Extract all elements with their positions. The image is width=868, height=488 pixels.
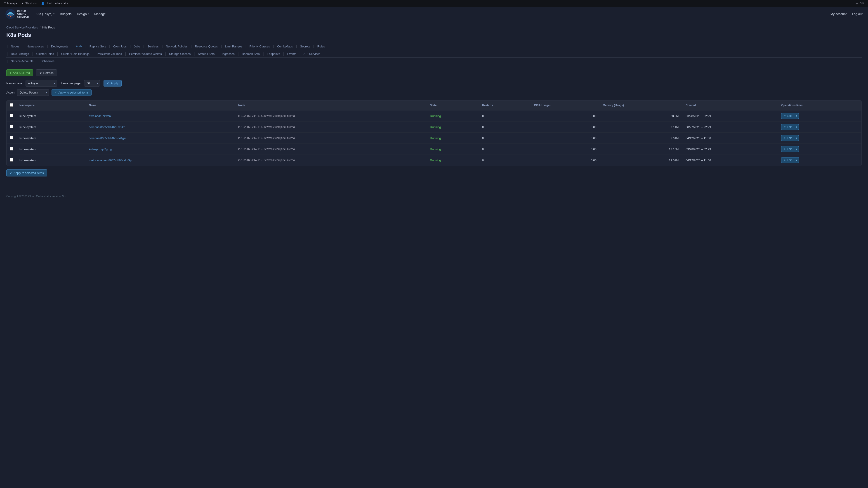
row-checkbox-cell [6,133,16,144]
nav-budgets[interactable]: Budgets [60,11,71,17]
tab-cluster-role-bindings[interactable]: Cluster Role Bindings [59,51,92,57]
tab-sep-r2-9: | [262,51,264,57]
nav-budgets-label: Budgets [60,12,71,16]
tab-service-accounts[interactable]: Service Accounts [8,58,36,65]
apply-filter-button[interactable]: ✓ Apply [103,80,122,87]
tab-daemon-sets[interactable]: Daemon Sets [239,51,262,57]
row-memory: 28.3Mi [600,110,683,122]
namespace-select[interactable]: – Any – kube-system default [26,80,57,87]
row-checkbox-0[interactable] [10,114,13,117]
edit-dropdown-0[interactable]: ▾ [794,113,799,119]
row-created: 03/28/2020 – 02:29 [682,110,778,122]
edit-button-2[interactable]: ✏ Edit [781,135,794,141]
row-state: Running [427,110,479,122]
namespace-filter-label: Namespace [6,82,22,85]
tab-pods[interactable]: Pods [73,43,85,50]
nav-k8s[interactable]: K8s (Tokyo) ▾ [36,11,55,17]
tab-api-services[interactable]: API Services [301,51,323,57]
edit-dropdown-1[interactable]: ▾ [794,124,799,130]
row-checkbox-4[interactable] [10,158,13,162]
tab-cluster-roles[interactable]: Cluster Roles [34,51,57,57]
breadcrumb-cloud-service-providers[interactable]: Cloud Service Providers [6,26,38,29]
bottom-apply-area: ✓ Apply to selected items [6,169,862,176]
footer: Copyright © 2021 Cloud Orchestrator vers… [0,190,868,202]
chevron-down-icon-0: ▾ [796,114,797,118]
edit-dropdown-2[interactable]: ▾ [794,135,799,141]
tab-services[interactable]: Services [145,43,161,50]
nav-design[interactable]: Design ▾ [77,11,89,17]
tab-jobs[interactable]: Jobs [131,43,143,50]
tab-stateful-sets[interactable]: Stateful Sets [195,51,217,57]
col-name: Name [86,101,235,110]
shortcuts-topbar[interactable]: ★ Shortcuts [22,2,37,5]
user-topbar[interactable]: 👤 cloud_orchestrator [41,2,68,5]
apply-to-selected-button[interactable]: ✓ Apply to selected items [52,89,92,96]
tab-sep-11: | [245,43,247,50]
tab-events[interactable]: Events [285,51,299,57]
tab-nodes[interactable]: Nodes [8,43,22,50]
refresh-icon: ↻ [39,71,42,74]
page-title: K8s Pods [6,32,862,38]
row-ops: ✏ Edit ▾ [778,155,862,166]
row-namespace: kube-system [16,144,86,155]
tab-sep-9: | [190,43,192,50]
tab-persistent-volume-claims[interactable]: Persisent Volume Claims [126,51,164,57]
tab-sep-12: | [273,43,274,50]
tab-configmaps[interactable]: ConfigMaps [274,43,296,50]
refresh-button[interactable]: ↻ Refresh [36,69,57,76]
row-cpu: 0.00 [531,155,600,166]
breadcrumb-separator: / [39,26,40,29]
manage-topbar[interactable]: ☰ Manage [4,2,17,5]
checkmark-icon: ✓ [107,82,110,85]
edit-dropdown-3[interactable]: ▾ [794,146,799,152]
nav-manage[interactable]: Manage [94,11,106,17]
row-name: metrics-server-86874fd98c-2xf9p [86,155,235,166]
col-ops: Operations links [778,101,862,110]
tab-network-policies[interactable]: Network Policies [163,43,190,50]
tab-sep-start: | [6,43,8,50]
tab-ingresses[interactable]: Ingresses [219,51,237,57]
logo[interactable]: CLOUDORCHESTRATOR [5,9,29,19]
user-label: cloud_orchestrator [46,2,68,5]
nav-manage-label: Manage [94,12,106,16]
tab-limit-ranges[interactable]: Limit Ranges [222,43,245,50]
tab-secrets[interactable]: Secrets [298,43,313,50]
tab-schedules[interactable]: Schedules [38,58,57,65]
tab-deployments[interactable]: Deployments [49,43,71,50]
tab-roles[interactable]: Roles [315,43,328,50]
edit-button-0[interactable]: ✏ Edit [781,113,794,119]
logout-link[interactable]: Log out [852,12,863,16]
row-restarts: 0 [479,133,531,144]
my-account-link[interactable]: My account [831,12,847,16]
select-all-checkbox[interactable] [10,103,13,107]
items-per-page-select[interactable]: 10 25 50 100 [84,80,100,87]
edit-button-4[interactable]: ✏ Edit [781,157,794,163]
row-cpu: 0.00 [531,122,600,133]
tab-role-bindings[interactable]: Role Bindings [8,51,32,57]
tab-persistent-volumes[interactable]: Persistent Volumes [94,51,125,57]
tab-storage-classes[interactable]: Storage Classes [166,51,193,57]
row-checkbox-2[interactable] [10,136,13,139]
tab-resource-quotas[interactable]: Resource Quotas [192,43,220,50]
row-cpu: 0.00 [531,144,600,155]
chevron-down-icon-2: ▾ [88,13,89,15]
table-row: kube-system coredns-86d5cbb4bd-d44g4 ip-… [6,133,862,144]
tab-sep-1: | [22,43,24,50]
action-select[interactable]: Delete Pod(s) [17,89,49,96]
pencil-icon-3: ✏ [784,148,786,151]
select-all-col [6,101,16,110]
tab-sep-r2-10: | [283,51,285,57]
tab-cron-jobs[interactable]: Cron Jobs [111,43,129,50]
edit-dropdown-4[interactable]: ▾ [794,157,799,163]
edit-button-1[interactable]: ✏ Edit [781,124,794,130]
add-pod-button[interactable]: + Add K8s Pod [6,69,33,76]
edit-button-3[interactable]: ✏ Edit [781,146,794,152]
tab-endpoints[interactable]: Endpoints [264,51,283,57]
tab-replica-sets[interactable]: Replica Sets [87,43,109,50]
row-checkbox-1[interactable] [10,125,13,128]
bottom-apply-button[interactable]: ✓ Apply to selected items [6,169,47,176]
tab-priority-classes[interactable]: Priority Classes [247,43,273,50]
row-checkbox-3[interactable] [10,147,13,151]
tab-namespaces[interactable]: Namespaces [24,43,46,50]
edit-topbar[interactable]: ✏ Edit [856,2,864,5]
